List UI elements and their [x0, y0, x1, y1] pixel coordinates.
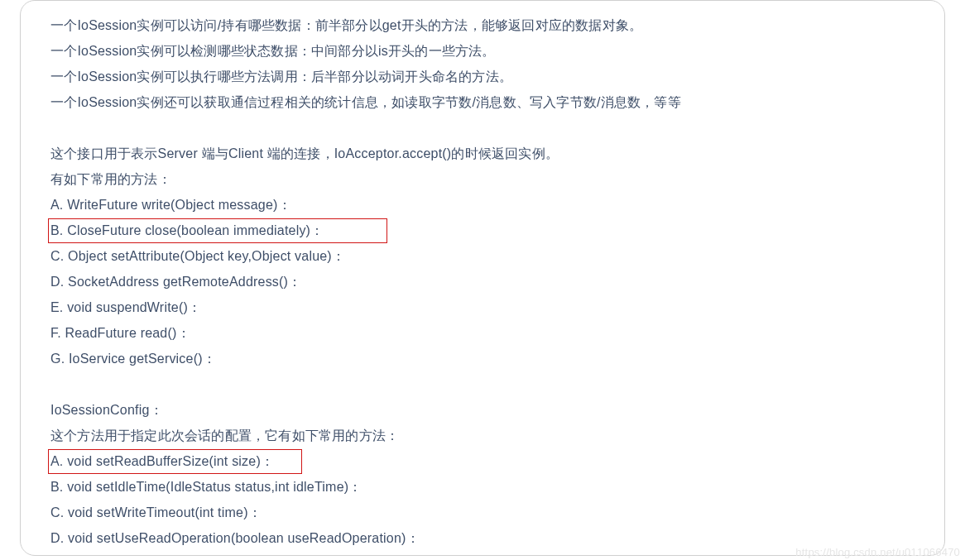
method-item-highlighted: B. CloseFuture close(boolean immediately… — [50, 218, 915, 243]
method-item: F. ReadFuture read()： — [50, 320, 915, 346]
blank-line — [50, 115, 915, 141]
watermark-text: https://blog.csdn.net/u011066470 — [795, 546, 960, 558]
method-item-highlighted: A. void setReadBufferSize(int size)： — [50, 448, 915, 474]
method-item: G. IoService getService()： — [50, 346, 915, 371]
red-box-highlight: A. void setReadBufferSize(int size)： — [48, 449, 302, 474]
method-item: B. void setIdleTime(IdleStatus status,in… — [50, 474, 915, 500]
text-line: 一个IoSession实例可以检测哪些状态数据：中间部分以is开头的一些方法。 — [50, 38, 915, 64]
text-line: 一个IoSession实例还可以获取通信过程相关的统计信息，如读取字节数/消息数… — [50, 89, 915, 115]
watermark-link[interactable]: https://blog.csdn.net/u011066470 — [795, 546, 960, 558]
method-item: E. void suspendWrite()： — [50, 294, 915, 320]
method-item: C. Object setAttribute(Object key,Object… — [50, 243, 915, 269]
method-item: D. SocketAddress getRemoteAddress()： — [50, 269, 915, 294]
section-heading: IoSessionConfig： — [50, 397, 915, 423]
text-line: 一个IoSession实例可以访问/持有哪些数据：前半部分以get开头的方法，能… — [50, 12, 915, 38]
text-line: 这个方法用于指定此次会话的配置，它有如下常用的方法： — [50, 423, 915, 448]
red-box-highlight: B. CloseFuture close(boolean immediately… — [48, 218, 387, 243]
text-line: 有如下常用的方法： — [50, 166, 915, 192]
document-container: 一个IoSession实例可以访问/持有哪些数据：前半部分以get开头的方法，能… — [20, 0, 945, 556]
method-item: A. WriteFuture write(Object message)： — [50, 192, 915, 218]
text-line: 一个IoSession实例可以执行哪些方法调用：后半部分以动词开头命名的方法。 — [50, 64, 915, 89]
method-item: D. void setUseReadOperation(boolean useR… — [50, 525, 915, 551]
blank-line — [50, 371, 915, 397]
method-item: C. void setWriteTimeout(int time)： — [50, 500, 915, 525]
text-line: 这个接口用于表示Server 端与Client 端的连接，IoAcceptor.… — [50, 141, 915, 166]
